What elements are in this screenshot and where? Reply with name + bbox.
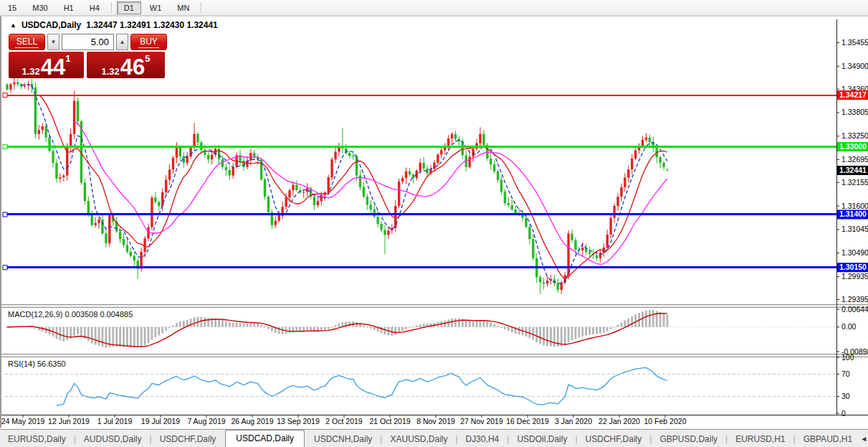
- date-tick-label: 8 Nov 2019: [416, 417, 455, 425]
- date-tick-label: 7 Aug 2019: [187, 417, 225, 425]
- rsi-tick-label: 30: [841, 392, 850, 400]
- sell-price-pip: 1: [65, 53, 70, 64]
- buy-button[interactable]: BUY: [130, 34, 167, 50]
- price-tick-label: 1.35455: [841, 38, 868, 47]
- buy-price-big: 46: [120, 58, 145, 76]
- hline-handle[interactable]: [3, 265, 7, 270]
- price-tick-label: 1.32695: [841, 155, 868, 164]
- price-tick-label: 1.32155: [841, 178, 868, 187]
- date-tick-label: 26 Aug 2019: [232, 417, 274, 425]
- date-tick-label: 22 Jan 2020: [598, 417, 640, 425]
- chart-tab-usdcad-daily[interactable]: USDCAD,Daily: [225, 430, 305, 447]
- hline-handle[interactable]: [3, 212, 7, 217]
- chart-tab-usdchf-daily[interactable]: USDCHF,Daily: [152, 431, 224, 447]
- date-tick-label: 27 Nov 2019: [460, 417, 503, 425]
- timeframe-toolbar: 15M30H1H4D1W1MN: [0, 0, 868, 16]
- date-tick-label: 16 Dec 2019: [506, 417, 549, 425]
- sell-price-prefix: 1.32: [22, 67, 39, 76]
- timeframe-button-w1[interactable]: W1: [143, 1, 169, 14]
- level-label-text: 1.33000: [839, 142, 867, 151]
- timeframe-button-15[interactable]: 15: [1, 1, 24, 14]
- rsi-tick-label: 100: [841, 353, 854, 362]
- chart-title: ▲ USDCAD,Daily 1.32447 1.32491 1.32430 1…: [10, 20, 218, 30]
- sell-button[interactable]: SELL: [9, 34, 45, 50]
- price-tick-label: 1.29935: [841, 272, 868, 281]
- chart-tab-bar: EURUSD,Daily|AUDUSD,Daily|USDCHF,DailyUS…: [0, 429, 868, 447]
- macd-tick-label: 0.00: [841, 322, 857, 331]
- date-tick-label: 2 Oct 2019: [325, 417, 363, 425]
- buy-price-prefix: 1.32: [101, 67, 119, 76]
- price-tick-label: 1.33250: [841, 131, 868, 140]
- hline-handle[interactable]: [3, 93, 7, 98]
- volume-input[interactable]: [62, 34, 114, 50]
- timeframe-button-m30[interactable]: M30: [25, 1, 54, 14]
- chart-symbol-title: USDCAD,Daily: [22, 20, 81, 30]
- level-label-text: 1.31400: [839, 210, 867, 218]
- timeframe-button-d1[interactable]: D1: [117, 1, 141, 14]
- chart-tab-audusd-daily[interactable]: AUDUSD,Daily: [76, 431, 150, 447]
- hline-handle[interactable]: [3, 144, 7, 149]
- macd-label: MACD(12,26,9) 0.003508 0.004885: [8, 310, 133, 319]
- buy-button-label: BUY: [138, 37, 159, 48]
- timeframe-button-h4[interactable]: H4: [82, 1, 107, 14]
- chart-ohlc-readout: 1.32447 1.32491 1.32430 1.32441: [86, 20, 218, 30]
- chart-tab-eurusd-h1[interactable]: EURUSD,H1: [728, 431, 793, 447]
- sell-price-box[interactable]: 1.32 44 1: [9, 52, 84, 78]
- timeframe-button-mn[interactable]: MN: [170, 1, 196, 14]
- chart-tab-usdcnh-daily[interactable]: USDCNH,Daily: [306, 431, 380, 447]
- chart-tab-dj30-h4[interactable]: DJ30,H4: [458, 431, 507, 447]
- rsi-tick-label: 70: [841, 370, 850, 378]
- date-tick-label: 13 Sep 2019: [277, 417, 320, 425]
- price-tick-label: 1.30490: [841, 248, 868, 257]
- toolbar-separator: [111, 2, 113, 13]
- date-tick-label: 24 May 2019: [1, 417, 45, 425]
- chart-tab-usdoil-daily[interactable]: USDOil,Daily: [509, 431, 575, 447]
- volume-increase-button[interactable]: ▲: [116, 34, 128, 50]
- price-tick-label: 1.29395: [841, 295, 868, 304]
- date-axis: 24 May 201912 Jun 20191 Jul 201919 Jul 2…: [1, 415, 687, 425]
- price-tick-label: 1.31600: [841, 202, 868, 210]
- date-tick-label: 21 Oct 2019: [369, 417, 410, 425]
- chart-tab-gbpusd-daily[interactable]: GBPUSD,Daily: [652, 431, 725, 447]
- rsi-tick-label: 0: [841, 409, 846, 418]
- date-tick-label: 10 Feb 2020: [644, 417, 687, 425]
- level-label-text: 1.34217: [839, 90, 867, 99]
- price-tick-label: 1.33805: [841, 108, 868, 116]
- tab-scroll-left-icon[interactable]: ◄: [860, 435, 867, 443]
- timeframe-button-h1[interactable]: H1: [57, 1, 81, 14]
- date-tick-label: 3 Jan 2020: [555, 417, 592, 425]
- level-label-text: 1.30150: [839, 263, 867, 271]
- one-click-trading-panel: SELL ▼ ▲ BUY 1.32 44 1 1.32 46 5: [9, 34, 167, 78]
- rsi-label: RSI(14) 56.6350: [8, 359, 66, 368]
- sell-price-big: 44: [41, 58, 65, 76]
- spin-up-icon: ▲: [120, 39, 125, 45]
- price-tick-label: 1.34900: [841, 62, 868, 70]
- date-tick-label: 1 Jul 2019: [97, 417, 133, 425]
- trading-terminal: { "toolbar": { "timeframes": [ {"label":…: [0, 0, 868, 447]
- buy-price-box[interactable]: 1.32 46 5: [87, 52, 165, 78]
- one-click-collapse-icon[interactable]: ▲: [10, 22, 16, 29]
- volume-decrease-button[interactable]: ▼: [47, 34, 59, 50]
- sell-button-label: SELL: [15, 37, 39, 48]
- price-tick-label: 1.31045: [841, 225, 868, 233]
- date-tick-label: 19 Jul 2019: [141, 417, 180, 425]
- toolbar-separator: [201, 2, 202, 13]
- chart-tab-eurusd-daily[interactable]: EURUSD,Daily: [0, 431, 74, 447]
- chart-tab-gbpaud-h1[interactable]: GBPAUD,H1: [796, 431, 860, 447]
- buy-price-pip: 5: [145, 53, 150, 64]
- macd-tick-label: 0.006448: [841, 305, 868, 314]
- spin-down-icon: ▼: [51, 39, 57, 45]
- chart-tab-xauusd-daily[interactable]: XAUUSD,Daily: [382, 431, 455, 447]
- chart-window: 1.354551.349001.343601.338051.332501.326…: [0, 16, 868, 428]
- chart-tab-usdchf-daily[interactable]: USDCHF,Daily: [578, 431, 650, 447]
- date-tick-label: 12 Jun 2019: [48, 417, 90, 425]
- level-label-text: 1.32441: [839, 166, 867, 174]
